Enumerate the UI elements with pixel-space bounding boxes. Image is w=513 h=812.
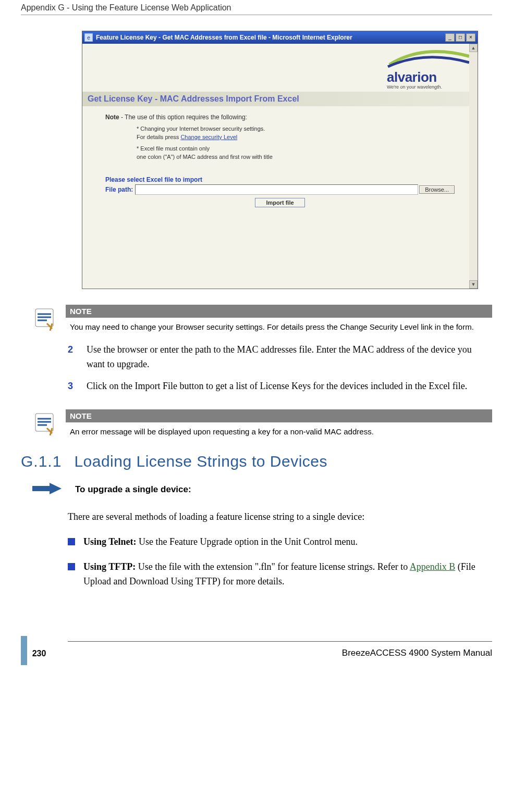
paragraph: There are several methods of loading a f… [68, 510, 492, 524]
step-text: Click on the Import File button to get a… [87, 379, 492, 394]
appendix-b-link[interactable]: Appendix B [410, 561, 456, 572]
note-icon [31, 305, 57, 331]
scrollbar: ▲ ▼ [469, 44, 478, 289]
maximize-icon: □ [456, 33, 465, 42]
screenshot-window: e Feature License Key - Get MAC Addresse… [82, 31, 478, 289]
procedure-label: To upgrade a single device: [75, 484, 191, 495]
note-body: You may need to change your Browser secu… [66, 318, 492, 335]
dialog-title: Get License Key - MAC Addresses Import F… [88, 94, 472, 104]
svg-marker-2 [32, 483, 62, 494]
bullet-icon [68, 538, 75, 545]
browse-button: Browse... [419, 185, 455, 194]
note-body: An error message will be displayed upon … [66, 422, 492, 440]
manual-title: BreezeACCESS 4900 System Manual [342, 648, 492, 658]
import-file-button: Import file [255, 198, 304, 207]
bullet-icon [68, 563, 75, 570]
titlebar: e Feature License Key - Get MAC Addresse… [82, 31, 478, 44]
dialog-note: Note - The use of this option requires t… [105, 114, 460, 161]
bullet-text: Using TFTP: Use the file with the extens… [83, 560, 492, 589]
bullet-text: Using Telnet: Use the Feature Upgrade op… [83, 535, 492, 549]
change-security-link: Change security Level [180, 134, 237, 140]
minimize-icon: _ [445, 33, 455, 42]
logo-swoosh-icon [387, 49, 470, 68]
note-header: NOTE [66, 305, 492, 318]
note-icon [31, 409, 57, 435]
logo-name: alvarion [387, 69, 470, 85]
procedure-arrow-icon [31, 481, 63, 498]
alvarion-logo: alvarion We're on your wavelength. [387, 49, 470, 90]
step-number: 2 [68, 343, 77, 372]
logo-tagline: We're on your wavelength. [387, 84, 470, 90]
section-title: Loading License Strings to Devices [74, 453, 327, 470]
scroll-down-icon: ▼ [469, 280, 478, 289]
file-path-input [135, 184, 418, 195]
footer-stripe [21, 636, 27, 665]
select-prompt: Please select Excel file to import [105, 176, 470, 183]
step-number: 3 [68, 379, 77, 394]
running-header: Appendix G - Using the Feature License W… [21, 0, 492, 15]
dialog-body: alvarion We're on your wavelength. Get L… [82, 44, 478, 289]
ie-icon: e [84, 33, 93, 42]
close-icon: × [466, 33, 475, 42]
note-header: NOTE [66, 409, 492, 422]
titlebar-text: Feature License Key - Get MAC Addresses … [96, 34, 445, 41]
step-text: Use the browser or enter the path to the… [87, 343, 492, 372]
scroll-up-icon: ▲ [469, 44, 478, 52]
file-path-label: File path: [105, 186, 133, 193]
section-number: G.1.1 [21, 453, 62, 470]
